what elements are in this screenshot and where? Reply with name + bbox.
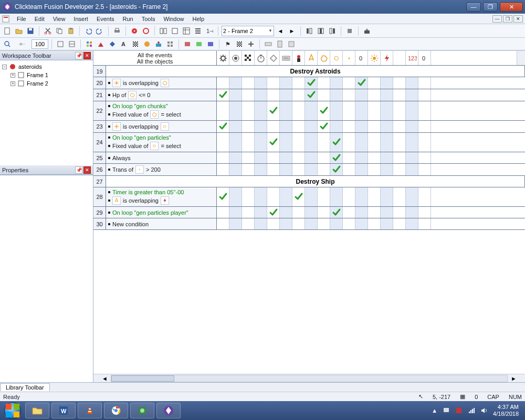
action-cell[interactable]	[393, 89, 406, 101]
data-elements-button[interactable]: 1⇢	[204, 26, 215, 36]
action-cell[interactable]	[343, 187, 355, 206]
maximize-button[interactable]: ❐	[483, 2, 498, 12]
action-cell[interactable]	[217, 101, 229, 120]
horizontal-scrollbar[interactable]: ◄ ►	[93, 374, 525, 382]
library-tab[interactable]: Library Toolbar	[0, 383, 50, 391]
build-button[interactable]	[362, 26, 372, 36]
action-cell[interactable]	[393, 121, 406, 132]
tray-flag-icon[interactable]	[443, 407, 450, 414]
action-cell[interactable]	[393, 207, 406, 218]
tb2-btn19[interactable]	[286, 39, 297, 49]
action-cell[interactable]	[305, 89, 318, 101]
action-cell[interactable]	[229, 133, 242, 152]
action-cell[interactable]	[406, 218, 418, 229]
action-cell[interactable]	[381, 164, 393, 175]
tb2-btn1[interactable]	[55, 39, 66, 49]
taskbar-app1[interactable]	[130, 403, 154, 418]
action-cell[interactable]	[255, 121, 267, 132]
action-cell[interactable]	[318, 89, 330, 101]
action-cell[interactable]	[229, 77, 242, 89]
action-cell[interactable]	[343, 121, 355, 132]
event-row-29[interactable]: 29On loop "gen particles player"	[93, 207, 525, 218]
action-cell[interactable]	[355, 89, 368, 101]
event-group-header[interactable]: Destroy Astroids	[106, 66, 525, 77]
tb2-btn14[interactable]: ⚑	[223, 39, 233, 49]
cut-button[interactable]	[43, 26, 53, 36]
object-column-sun[interactable]	[368, 51, 381, 65]
action-cell[interactable]	[267, 121, 280, 132]
tree-frame-2[interactable]: + Frame 2	[2, 79, 91, 88]
action-cell[interactable]	[355, 218, 368, 229]
action-cell[interactable]	[393, 164, 406, 175]
action-cell[interactable]	[217, 77, 229, 89]
workspace-pin-button[interactable]: 📌	[75, 52, 82, 59]
action-cell[interactable]	[406, 207, 418, 218]
action-cell[interactable]	[318, 101, 330, 120]
action-cell[interactable]	[355, 187, 368, 206]
tb2-btn6[interactable]: A	[119, 39, 129, 49]
scrollbar-thumb[interactable]	[111, 375, 174, 382]
action-cell[interactable]	[381, 133, 393, 152]
action-cell[interactable]	[406, 133, 418, 152]
object-column-player[interactable]	[292, 51, 305, 65]
action-cell[interactable]	[280, 187, 292, 206]
frame-selector[interactable]: 2 - Frame 2▼	[222, 26, 274, 36]
action-cell[interactable]	[280, 121, 292, 132]
action-cell[interactable]	[255, 152, 267, 163]
copy-button[interactable]	[54, 26, 65, 36]
action-cell[interactable]	[280, 89, 292, 101]
action-cell[interactable]	[318, 152, 330, 163]
action-cell[interactable]	[267, 187, 280, 206]
tb2-btn10[interactable]	[165, 39, 175, 49]
action-cell[interactable]	[368, 121, 381, 132]
properties-close-button[interactable]: ✕	[83, 166, 91, 174]
action-cell[interactable]	[406, 101, 418, 120]
action-cell[interactable]	[242, 164, 255, 175]
action-cell[interactable]	[229, 101, 242, 120]
action-cell[interactable]	[267, 152, 280, 163]
action-cell[interactable]	[355, 121, 368, 132]
action-cell[interactable]	[305, 77, 318, 89]
action-cell[interactable]	[368, 207, 381, 218]
menu-help[interactable]: Help	[188, 15, 209, 23]
expand-icon[interactable]: +	[10, 81, 15, 86]
action-cell[interactable]	[368, 77, 381, 89]
action-cell[interactable]	[406, 152, 418, 163]
action-cell[interactable]	[406, 187, 418, 206]
action-cell[interactable]	[305, 187, 318, 206]
action-cell[interactable]	[280, 101, 292, 120]
tb2-btn13[interactable]	[205, 39, 216, 49]
action-cell[interactable]	[217, 218, 229, 229]
object-column-timer[interactable]	[255, 51, 267, 65]
action-cell[interactable]	[255, 187, 267, 206]
tb2-btn4[interactable]	[96, 39, 106, 49]
action-cell[interactable]	[255, 218, 267, 229]
taskbar-vlc[interactable]	[78, 403, 102, 418]
close-button[interactable]: ✕	[500, 2, 523, 12]
action-cell[interactable]	[330, 101, 343, 120]
action-cell[interactable]	[217, 89, 229, 101]
action-cell[interactable]	[318, 187, 330, 206]
tb2-btn11[interactable]	[182, 39, 193, 49]
tb2-btn18[interactable]	[275, 39, 285, 49]
grid-right-button[interactable]	[327, 26, 338, 36]
action-cell[interactable]	[393, 101, 406, 120]
action-cell[interactable]	[292, 207, 305, 218]
tree-frame-1[interactable]: + Frame 1	[2, 71, 91, 79]
action-cell[interactable]	[267, 101, 280, 120]
action-cell[interactable]	[418, 152, 431, 163]
tb2-btn15[interactable]	[234, 39, 245, 49]
minimize-button[interactable]: —	[466, 2, 481, 12]
action-cell[interactable]	[229, 164, 242, 175]
action-cell[interactable]	[280, 77, 292, 89]
action-cell[interactable]	[393, 77, 406, 89]
action-cell[interactable]	[330, 89, 343, 101]
taskbar-word[interactable]: W	[51, 403, 76, 418]
paste-button[interactable]	[66, 26, 76, 36]
object-column-gear[interactable]	[217, 51, 229, 65]
action-cell[interactable]	[418, 164, 431, 175]
action-cell[interactable]	[280, 133, 292, 152]
zoom-tool-icon[interactable]	[2, 39, 13, 49]
action-cell[interactable]	[305, 218, 318, 229]
action-cell[interactable]	[368, 164, 381, 175]
